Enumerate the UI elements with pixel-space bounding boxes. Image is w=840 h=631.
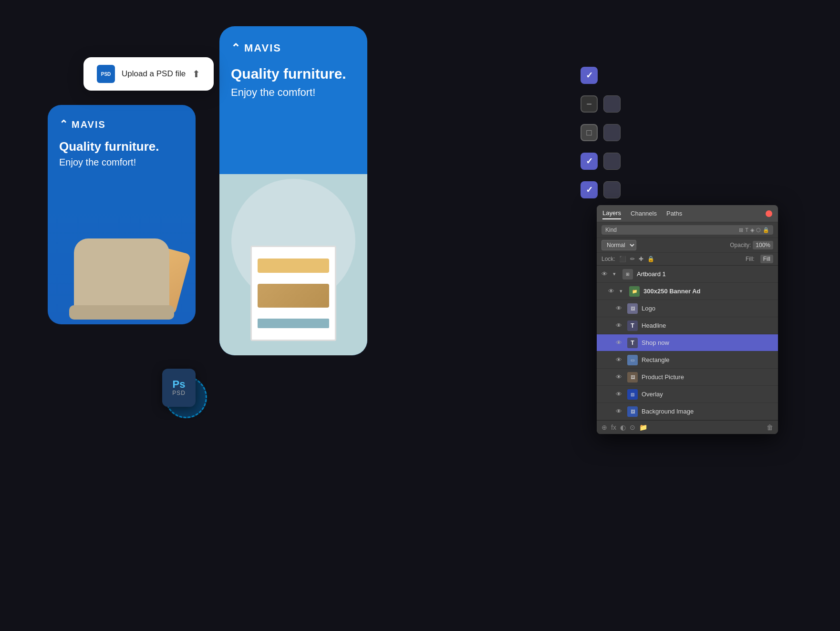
psd-label: PSD xyxy=(172,390,186,396)
fill-label: Fill: xyxy=(746,256,755,262)
add-layer-icon[interactable]: ⊕ xyxy=(601,424,607,431)
tab-paths[interactable]: Paths xyxy=(666,208,682,219)
lock-all-icon[interactable]: 🔒 xyxy=(647,256,654,262)
eye-icon-rectangle[interactable]: 👁 xyxy=(616,356,623,363)
ps-badge: Ps PSD xyxy=(162,369,196,407)
filter-icon-5[interactable]: 🔒 xyxy=(763,227,769,233)
layer-name-shopnow: Shop now xyxy=(642,339,773,346)
chair-body-shape xyxy=(74,238,169,310)
eye-icon-shopnow[interactable]: 👁 xyxy=(616,339,623,346)
thumb-overlay: ▨ xyxy=(627,389,638,400)
headline-small: Quality furniture. xyxy=(59,139,184,154)
layers-panel: Layers Channels Paths Kind ⊞ T ◈ ⬡ 🔒 Nor… xyxy=(597,205,778,434)
search-kind-label: Kind xyxy=(605,227,617,233)
opacity-value[interactable]: 100% xyxy=(753,241,773,249)
eye-icon-bg[interactable]: 👁 xyxy=(616,408,623,415)
layer-group-icon[interactable]: 📁 xyxy=(639,424,647,431)
thumb-headline: T xyxy=(627,321,638,331)
filter-icon-3[interactable]: ◈ xyxy=(750,227,754,233)
chair-seat-shape xyxy=(69,305,174,320)
lock-position-icon[interactable]: ✚ xyxy=(639,256,643,262)
room-area xyxy=(219,174,367,355)
tab-layers[interactable]: Layers xyxy=(602,207,621,219)
logo-text-small: MAVIS xyxy=(72,119,106,130)
layer-item-bg-image[interactable]: 👁 🖼 Background Image xyxy=(597,403,778,420)
eye-icon-logo[interactable]: 👁 xyxy=(616,305,623,312)
eye-icon-overlay[interactable]: 👁 xyxy=(616,391,623,398)
layer-item-overlay[interactable]: 👁 ▨ Overlay xyxy=(597,386,778,403)
chair-image-small xyxy=(48,200,196,324)
panel-close-button[interactable] xyxy=(766,210,772,217)
checkbox-4[interactable]: ✓ xyxy=(581,153,598,170)
checkbox-3[interactable]: □ xyxy=(581,124,598,141)
square-icon: □ xyxy=(587,128,592,138)
layer-name-banner: 300x250 Banner Ad xyxy=(643,288,773,295)
layer-item-shopnow[interactable]: 👁 T Shop now xyxy=(597,334,778,352)
fill-value[interactable]: Fill xyxy=(760,255,773,263)
layer-name-rectangle: Rectangle xyxy=(642,356,773,363)
layer-name-logo: Logo xyxy=(642,305,773,312)
logo-chevron-large: ⌃ xyxy=(231,41,240,55)
layer-list: 👁 ▾ ⊞ Artboard 1 👁 ▾ 📁 300x250 Banner Ad… xyxy=(597,266,778,420)
checkmark-1: ✓ xyxy=(586,70,593,81)
opacity-row: Opacity: 100% xyxy=(730,241,773,249)
layer-name-overlay: Overlay xyxy=(642,391,773,398)
filter-icon-2[interactable]: T xyxy=(745,227,748,233)
checkbox-2[interactable]: − xyxy=(581,95,598,113)
ad-card-small: ⌃ MAVIS Quality furniture. Enjoy the com… xyxy=(48,105,196,324)
logo-text-large: MAVIS xyxy=(244,42,281,54)
eye-icon-banner[interactable]: 👁 xyxy=(608,288,616,295)
subline-small: Enjoy the comfort! xyxy=(59,157,184,168)
companion-3 xyxy=(603,124,621,141)
layer-item-rectangle[interactable]: 👁 ▭ Rectangle xyxy=(597,352,778,369)
blend-opacity-row: Normal Opacity: 100% xyxy=(597,238,778,253)
tab-channels[interactable]: Channels xyxy=(631,208,657,219)
logo-area-large: ⌃ MAVIS xyxy=(231,41,356,55)
expand-icon-banner[interactable]: ▾ xyxy=(620,288,625,294)
eye-icon-artboard1[interactable]: 👁 xyxy=(601,270,609,278)
checkbox-row-2: − xyxy=(581,95,621,113)
opacity-label: Opacity: xyxy=(730,242,751,248)
filter-icon-4[interactable]: ⬡ xyxy=(756,227,761,233)
minus-icon: − xyxy=(586,99,592,110)
layer-item-product[interactable]: 👁 🖼 Product Picture xyxy=(597,369,778,386)
layer-item-logo[interactable]: 👁 🖼 Logo xyxy=(597,300,778,317)
layer-name-artboard1: Artboard 1 xyxy=(637,270,773,278)
layer-effects-icon[interactable]: fx xyxy=(611,424,616,431)
logo-chevron-small: ⌃ xyxy=(59,118,68,131)
shelf-item-1 xyxy=(258,259,329,273)
layers-search-toolbar: Kind ⊞ T ◈ ⬡ 🔒 xyxy=(597,222,778,238)
layer-item-banner-group[interactable]: 👁 ▾ 📁 300x250 Banner Ad xyxy=(597,283,778,300)
eye-icon-product[interactable]: 👁 xyxy=(616,373,623,381)
thumb-banner: 📁 xyxy=(629,286,640,297)
layers-panel-header: Layers Channels Paths xyxy=(597,205,778,222)
subline-large: Enjoy the comfort! xyxy=(231,86,356,99)
expand-icon-artboard1[interactable]: ▾ xyxy=(613,271,619,277)
lock-paint-icon[interactable]: ✏ xyxy=(630,256,635,262)
shelf-unit xyxy=(250,246,336,341)
checkmark-4: ✓ xyxy=(586,156,593,166)
checkbox-1[interactable]: ✓ xyxy=(581,67,598,84)
shelf-item-2 xyxy=(258,284,329,308)
chair-placeholder xyxy=(55,210,188,324)
layer-name-product: Product Picture xyxy=(642,373,773,381)
layer-item-headline[interactable]: 👁 T Headline xyxy=(597,317,778,334)
upload-icon[interactable]: ⬆ xyxy=(192,68,200,80)
eye-icon-headline[interactable]: 👁 xyxy=(616,322,623,329)
layer-item-artboard1[interactable]: 👁 ▾ ⊞ Artboard 1 xyxy=(597,266,778,283)
layer-adjustment-icon[interactable]: ⊙ xyxy=(630,424,635,431)
checkbox-row-4: ✓ xyxy=(581,153,621,170)
checkbox-row-5: ✓ xyxy=(581,181,621,198)
lock-row: Lock: ⬛ ✏ ✚ 🔒 Fill: Fill xyxy=(597,253,778,266)
thumb-product: 🖼 xyxy=(627,372,638,383)
lock-label: Lock: xyxy=(601,256,615,262)
thumb-bg: 🖼 xyxy=(627,406,638,417)
layer-mask-icon[interactable]: ◐ xyxy=(620,424,626,431)
filter-icon-1[interactable]: ⊞ xyxy=(739,227,743,233)
search-filter-icons: ⊞ T ◈ ⬡ 🔒 xyxy=(739,227,769,233)
delete-layer-icon[interactable]: 🗑 xyxy=(767,424,773,431)
ps-label: Ps xyxy=(173,379,186,390)
blend-mode-select[interactable]: Normal xyxy=(601,240,636,250)
checkbox-5[interactable]: ✓ xyxy=(581,181,598,198)
lock-transparency-icon[interactable]: ⬛ xyxy=(619,256,626,262)
